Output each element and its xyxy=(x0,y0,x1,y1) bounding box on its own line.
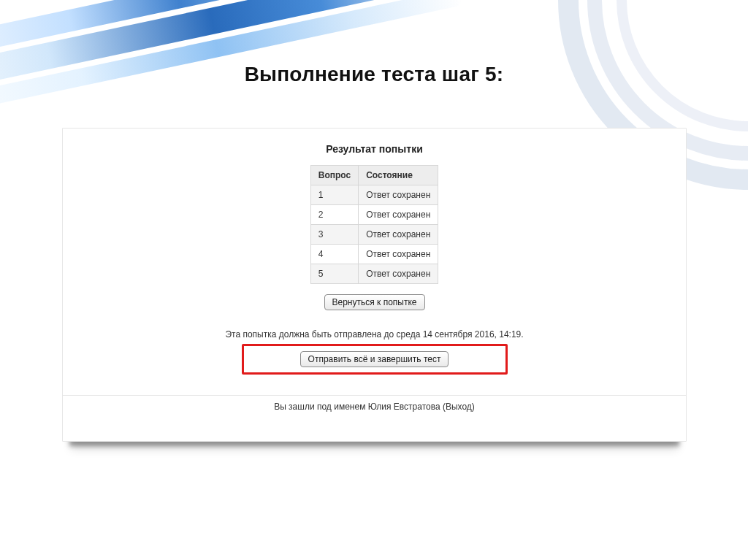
col-header-question: Вопрос xyxy=(310,166,358,185)
section-title: Результат попытки xyxy=(63,143,686,155)
result-panel: Результат попытки Вопрос Состояние 1 Отв… xyxy=(62,128,687,442)
submit-all-button[interactable]: Отправить всё и завершить тест xyxy=(300,351,449,367)
cell-status: Ответ сохранен xyxy=(359,245,438,264)
cell-status: Ответ сохранен xyxy=(359,185,438,205)
table-row: 4 Ответ сохранен xyxy=(310,245,438,264)
table-row: 5 Ответ сохранен xyxy=(310,264,438,284)
cell-question: 5 xyxy=(310,264,358,284)
cell-question: 4 xyxy=(310,245,358,264)
cell-question: 2 xyxy=(310,205,358,225)
deadline-text: Эта попытка должна быть отправлена до ср… xyxy=(63,329,686,340)
attempt-table: Вопрос Состояние 1 Ответ сохранен 2 Отве… xyxy=(310,165,439,284)
cell-status: Ответ сохранен xyxy=(359,225,438,245)
table-row: 2 Ответ сохранен xyxy=(310,205,438,225)
cell-status: Ответ сохранен xyxy=(359,264,438,284)
logged-in-as: Вы зашли под именем Юлия Евстратова (Вых… xyxy=(63,402,686,412)
table-row: 3 Ответ сохранен xyxy=(310,225,438,245)
cell-question: 1 xyxy=(310,185,358,205)
table-row: 1 Ответ сохранен xyxy=(310,185,438,205)
page-title: Выполнение теста шаг 5: xyxy=(0,63,748,86)
return-to-attempt-button[interactable]: Вернуться к попытке xyxy=(324,294,425,310)
submit-highlight-box: Отправить всё и завершить тест xyxy=(242,344,508,375)
cell-status: Ответ сохранен xyxy=(359,205,438,225)
cell-question: 3 xyxy=(310,225,358,245)
divider xyxy=(63,395,686,396)
col-header-status: Состояние xyxy=(359,166,438,185)
